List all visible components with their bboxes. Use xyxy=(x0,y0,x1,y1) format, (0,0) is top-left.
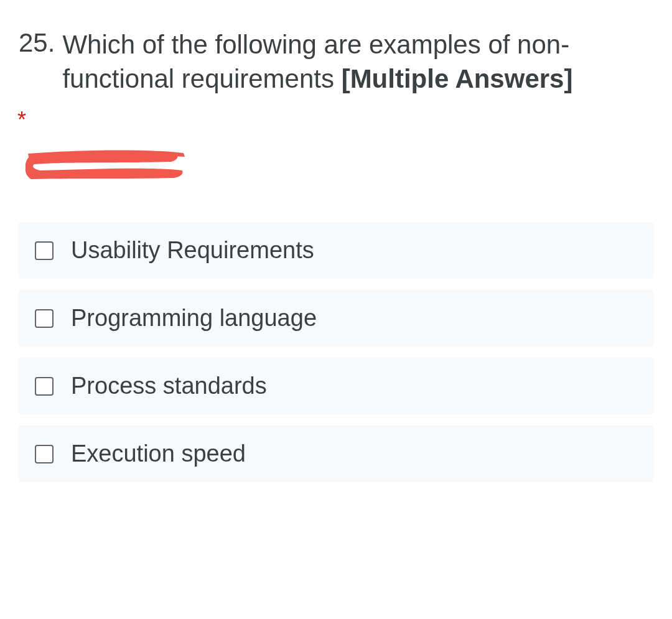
checkbox-icon[interactable] xyxy=(35,377,54,396)
question-header: 25. Which of the following are examples … xyxy=(19,28,653,96)
required-marker: * xyxy=(17,107,653,133)
options-list: Usability Requirements Programming langu… xyxy=(19,222,653,482)
option-row[interactable]: Usability Requirements xyxy=(19,222,653,279)
redaction-annotation xyxy=(16,144,653,191)
option-row[interactable]: Execution speed xyxy=(19,426,653,482)
option-label: Programming language xyxy=(71,305,317,332)
question-text: Which of the following are examples of n… xyxy=(62,28,653,96)
option-label: Process standards xyxy=(71,373,267,399)
checkbox-icon[interactable] xyxy=(35,309,54,328)
checkbox-icon[interactable] xyxy=(35,241,54,260)
question-number: 25. xyxy=(19,28,55,58)
option-row[interactable]: Programming language xyxy=(19,290,653,347)
option-label: Usability Requirements xyxy=(71,237,314,264)
option-label: Execution speed xyxy=(71,440,246,467)
option-row[interactable]: Process standards xyxy=(19,358,653,414)
question-text-hint: [Multiple Answers] xyxy=(342,64,573,93)
checkbox-icon[interactable] xyxy=(35,445,54,463)
